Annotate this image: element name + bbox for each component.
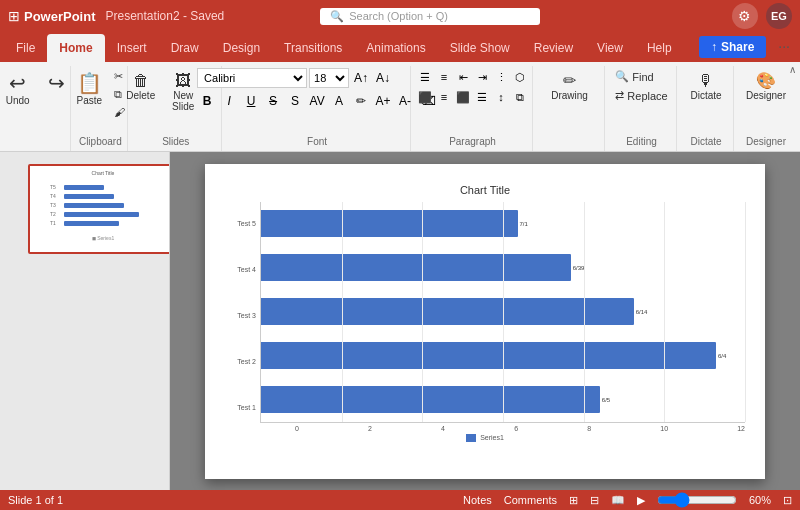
tab-design[interactable]: Design xyxy=(211,34,272,62)
decrease-indent-button[interactable]: ⇤ xyxy=(454,68,472,86)
comments-button[interactable]: Comments xyxy=(504,494,557,506)
paste-icon: 📋 xyxy=(77,71,102,95)
undo-icon: ↩ xyxy=(9,71,26,95)
dictate-button[interactable]: 🎙 Dictate xyxy=(685,68,726,104)
italic-button[interactable]: I xyxy=(219,91,239,111)
bar-value-2: 6/4 xyxy=(718,353,726,359)
slide-thumbnail[interactable]: Chart Title T5 T4 T3 T2 T1 ◼ Series1 xyxy=(28,164,170,254)
search-icon: 🔍 xyxy=(330,10,344,23)
paste-button[interactable]: 📋 Paste xyxy=(71,68,107,109)
grid-line-8 xyxy=(584,202,585,422)
convert-to-smartart[interactable]: ⧉ xyxy=(511,88,529,106)
slide-sorter-icon[interactable]: ⊟ xyxy=(590,494,599,507)
statusbar-right: Notes Comments ⊞ ⊟ 📖 ▶ 60% ⊡ xyxy=(463,492,792,508)
x-label-2: 2 xyxy=(368,425,372,432)
avatar-initials: EG xyxy=(771,10,787,22)
search-box[interactable]: 🔍 Search (Option + Q) xyxy=(320,8,540,25)
align-center-button[interactable]: ≡ xyxy=(435,88,453,106)
grid-line-4 xyxy=(422,202,423,422)
tab-home[interactable]: Home xyxy=(47,34,104,62)
undo-group: ↩ Undo ↪ xyxy=(4,66,71,151)
shadow-button[interactable]: S xyxy=(285,91,305,111)
redo-button[interactable]: ↪ xyxy=(39,68,75,98)
decrease-font-button[interactable]: A↓ xyxy=(373,68,393,88)
right-controls: ⚙ EG xyxy=(732,3,792,29)
slide[interactable]: Chart Title Test 5 Test 4 Test 3 Test 2 … xyxy=(205,164,765,479)
x-label-12: 12 xyxy=(737,425,745,432)
tab-view[interactable]: View xyxy=(585,34,635,62)
tab-insert[interactable]: Insert xyxy=(105,34,159,62)
dictate-icon: 🎙 xyxy=(698,71,714,90)
y-label-1: Test 1 xyxy=(225,404,256,412)
delete-button[interactable]: 🗑 Delete xyxy=(121,68,160,104)
avatar-btn[interactable]: EG xyxy=(766,3,792,29)
bold-button[interactable]: B xyxy=(197,91,217,111)
replace-button[interactable]: ⇄ Replace xyxy=(611,87,671,104)
tab-file[interactable]: File xyxy=(4,34,47,62)
replace-icon: ⇄ xyxy=(615,89,624,102)
align-right-button[interactable]: ⬛ xyxy=(454,88,472,106)
align-left-button[interactable]: ⬛ xyxy=(416,88,434,106)
undo-button[interactable]: ↩ Undo xyxy=(0,68,36,109)
legend-label: Series1 xyxy=(480,434,504,441)
y-label-3: Test 3 xyxy=(225,312,256,320)
chart-title: Chart Title xyxy=(225,184,745,196)
x-label-6: 6 xyxy=(514,425,518,432)
zoom-slider[interactable] xyxy=(657,492,737,508)
designer-group: 🎨 Designer Designer xyxy=(736,66,796,151)
bar-2 xyxy=(261,342,716,368)
grid-line-6 xyxy=(503,202,504,422)
tab-slideshow[interactable]: Slide Show xyxy=(438,34,522,62)
designer-icon: 🎨 xyxy=(756,71,776,90)
numbering-button[interactable]: ≡ xyxy=(435,68,453,86)
chart-container: Chart Title Test 5 Test 4 Test 3 Test 2 … xyxy=(225,184,745,449)
bullets-button[interactable]: ☰ xyxy=(416,68,434,86)
tab-draw[interactable]: Draw xyxy=(159,34,211,62)
ribbon-tabs: File Home Insert Draw Design Transitions… xyxy=(0,32,800,62)
underline-button[interactable]: U xyxy=(241,91,261,111)
slideshow-icon[interactable]: ▶ xyxy=(637,494,645,507)
font-group: Calibri 18 A↑ A↓ B I U S S AV A ✏ A+ A- … xyxy=(224,66,411,151)
text-direction-button[interactable]: ⬡ xyxy=(511,68,529,86)
tab-help[interactable]: Help xyxy=(635,34,684,62)
grid-line-12 xyxy=(745,202,746,422)
notes-button[interactable]: Notes xyxy=(463,494,492,506)
title-bar: ⊞ PowerPoint Presentation2 - Saved 🔍 Sea… xyxy=(0,0,800,32)
tab-animations[interactable]: Animations xyxy=(354,34,437,62)
increase-indent-button[interactable]: ⇥ xyxy=(473,68,491,86)
more-options-button[interactable]: ··· xyxy=(772,34,796,58)
font-size-select[interactable]: 18 xyxy=(309,68,349,88)
grid-line-2 xyxy=(342,202,343,422)
slide-panel: 1 Chart Title T5 T4 T3 T2 T1 ◼ Series1 xyxy=(0,152,170,490)
tab-review[interactable]: Review xyxy=(522,34,585,62)
reading-view-icon[interactable]: 📖 xyxy=(611,494,625,507)
app-name: PowerPoint xyxy=(24,9,96,24)
slide-info: Slide 1 of 1 xyxy=(8,494,63,506)
gear-icon[interactable]: ⚙ xyxy=(732,3,758,29)
designer-button[interactable]: 🎨 Designer xyxy=(741,68,791,104)
chart-plot: 7/1 6/39 6/14 xyxy=(260,202,745,423)
char-spacing-button[interactable]: AV xyxy=(307,91,327,111)
normal-view-icon[interactable]: ⊞ xyxy=(569,494,578,507)
bar-value-1: 6/5 xyxy=(602,397,610,403)
highlight-button[interactable]: ✏ xyxy=(351,91,371,111)
app-grid-icon[interactable]: ⊞ xyxy=(8,8,20,24)
line-spacing-button[interactable]: ↕ xyxy=(492,88,510,106)
bar-5 xyxy=(261,210,518,236)
justify-button[interactable]: ☰ xyxy=(473,88,491,106)
find-button[interactable]: 🔍 Find xyxy=(611,68,671,85)
columns-button[interactable]: ⋮ xyxy=(492,68,510,86)
font-size-up-button[interactable]: A+ xyxy=(373,91,393,111)
strikethrough-button[interactable]: S xyxy=(263,91,283,111)
tab-transitions[interactable]: Transitions xyxy=(272,34,354,62)
font-color-button[interactable]: A xyxy=(329,91,349,111)
redo-icon: ↪ xyxy=(48,71,65,95)
x-axis: 0 2 4 6 8 10 12 xyxy=(295,423,745,432)
drawing-button[interactable]: ✏ Drawing xyxy=(546,68,593,104)
share-button[interactable]: ↑ Share xyxy=(699,36,766,58)
fit-slide-button[interactable]: ⊡ xyxy=(783,494,792,507)
collapse-ribbon-button[interactable]: ∧ xyxy=(785,62,800,77)
y-axis: Test 5 Test 4 Test 3 Test 2 Test 1 xyxy=(225,202,260,432)
font-family-select[interactable]: Calibri xyxy=(197,68,307,88)
increase-font-button[interactable]: A↑ xyxy=(351,68,371,88)
